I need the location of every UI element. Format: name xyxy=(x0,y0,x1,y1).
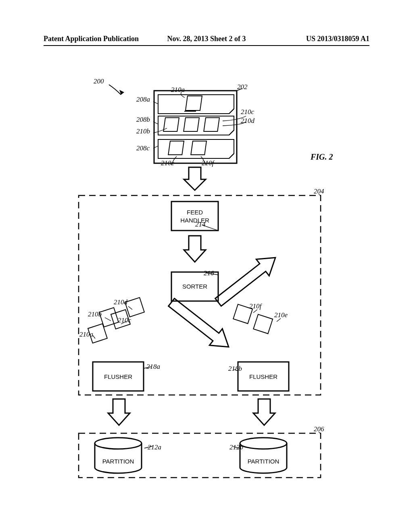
figure-svg: FEED HANDLER SORTER xyxy=(40,56,373,520)
svg-rect-11 xyxy=(111,310,130,329)
svg-rect-14 xyxy=(233,304,252,324)
row-208c xyxy=(158,139,234,158)
block-arrow-right xyxy=(212,249,282,311)
feed-handler-line2: HANDLER xyxy=(180,217,209,224)
header-left: Patent Application Publication xyxy=(44,35,139,43)
svg-point-20 xyxy=(240,438,287,449)
svg-rect-18 xyxy=(79,433,321,478)
header-center: Nov. 28, 2013 Sheet 2 of 3 xyxy=(167,35,246,43)
svg-rect-10 xyxy=(125,297,144,317)
row-208b xyxy=(158,116,234,135)
svg-rect-3 xyxy=(184,118,199,131)
svg-rect-5 xyxy=(168,141,184,155)
svg-rect-2 xyxy=(163,118,179,131)
feed-handler-line1: FEED xyxy=(187,209,203,216)
partition-a-text: PARTITION xyxy=(102,458,134,465)
block-arrow-1 xyxy=(184,167,206,190)
svg-rect-7 xyxy=(79,195,321,395)
svg-rect-8 xyxy=(171,202,218,231)
header-rule xyxy=(44,45,369,46)
block-arrow-2 xyxy=(184,236,206,262)
cylinder-212a: PARTITION xyxy=(95,438,142,473)
row-208a xyxy=(158,95,234,114)
flusher-b-text: FLUSHER xyxy=(249,373,277,380)
svg-rect-1 xyxy=(186,96,202,110)
svg-rect-15 xyxy=(253,314,273,334)
svg-rect-6 xyxy=(191,141,206,155)
flusher-a-text: FLUSHER xyxy=(104,373,132,380)
header-right: US 2013/0318059 A1 xyxy=(306,35,369,43)
block-arrow-3 xyxy=(108,399,130,425)
svg-rect-0 xyxy=(154,91,237,163)
svg-rect-4 xyxy=(204,118,219,131)
page-header: Patent Application Publication Nov. 28, … xyxy=(44,35,369,46)
sorter-text: SORTER xyxy=(182,283,207,290)
svg-point-19 xyxy=(95,438,142,449)
page: Patent Application Publication Nov. 28, … xyxy=(0,0,413,532)
block-arrow-4 xyxy=(253,399,275,425)
partition-b-text: PARTITION xyxy=(248,458,280,465)
cylinder-212b: PARTITION xyxy=(240,438,287,473)
